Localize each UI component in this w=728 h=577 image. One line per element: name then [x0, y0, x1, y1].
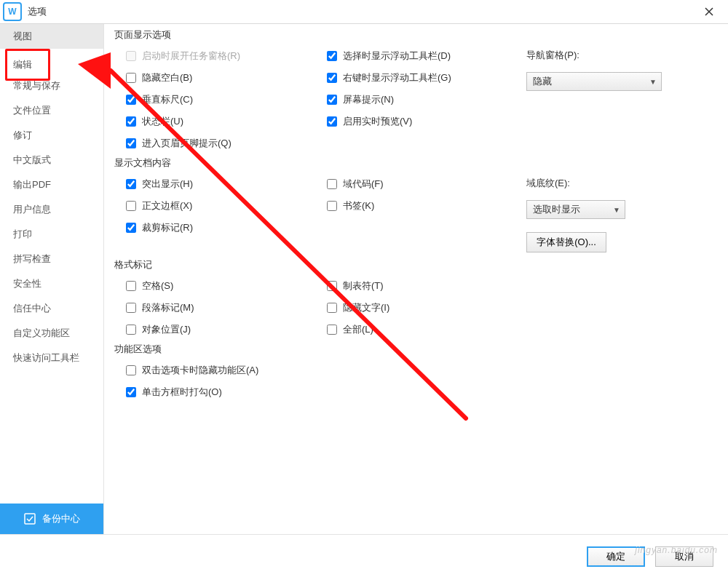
checkbox-input[interactable] — [126, 138, 136, 148]
checkbox-input[interactable] — [126, 281, 136, 291]
sidebar-item-label: 快速访问工具栏 — [13, 346, 79, 370]
sidebar-item-label: 常规与保存 — [13, 73, 60, 98]
sidebar-item[interactable]: 文件位置 — [0, 98, 103, 123]
sidebar-nav: 视图编辑常规与保存文件位置修订中文版式输出PDF用户信息打印拼写检查安全性信任中… — [0, 24, 103, 504]
checkbox-input[interactable] — [327, 95, 337, 105]
checkbox-input[interactable] — [327, 325, 337, 335]
checkbox-option[interactable]: 右键时显示浮动工具栏(G) — [327, 71, 523, 85]
checkbox-option[interactable]: 双击选项卡时隐藏功能区(A) — [126, 363, 718, 378]
checkbox-label: 域代码(F) — [343, 178, 384, 191]
checkbox-option[interactable]: 进入页眉页脚提示(Q) — [126, 136, 324, 151]
checkbox-option[interactable]: 正文边框(X) — [126, 199, 324, 213]
sidebar-item[interactable]: 编辑 — [0, 49, 103, 73]
checkbox-input[interactable] — [327, 281, 337, 291]
window-title: 选项 — [28, 5, 693, 18]
checkbox-input — [126, 51, 136, 61]
checkbox-input[interactable] — [126, 116, 136, 127]
sidebar-item[interactable]: 常规与保存 — [0, 73, 103, 98]
checkbox-option[interactable]: 空格(S) — [126, 279, 324, 293]
checkbox-input[interactable] — [327, 303, 337, 313]
checkbox-input[interactable] — [126, 387, 136, 397]
navpane-label: 导航窗格(P): — [526, 49, 718, 62]
sidebar-item[interactable]: 中文版式 — [0, 148, 103, 172]
checkbox-option[interactable]: 段落标记(M) — [126, 301, 324, 315]
checkbox-option[interactable]: 域代码(F) — [327, 177, 523, 191]
group-title: 页面显示选项 — [114, 28, 175, 41]
checkbox-input[interactable] — [126, 303, 136, 313]
backup-center-label: 备份中心 — [42, 512, 80, 525]
sidebar-item[interactable]: 自定义功能区 — [0, 321, 103, 346]
checkbox-label: 双击选项卡时隐藏功能区(A) — [142, 364, 258, 377]
checkbox-option[interactable]: 选择时显示浮动工具栏(D) — [327, 49, 523, 63]
checkbox-option[interactable]: 对象位置(J) — [126, 322, 324, 337]
sidebar-item[interactable]: 输出PDF — [0, 172, 103, 197]
checkbox-label: 屏幕提示(N) — [343, 93, 394, 106]
checkbox-option[interactable]: 突出显示(H) — [126, 177, 324, 191]
checkbox-input[interactable] — [327, 179, 337, 189]
checkbox-input[interactable] — [126, 223, 136, 233]
chevron-down-icon: ▼ — [613, 206, 620, 214]
checkbox-option[interactable]: 隐藏空白(B) — [126, 71, 324, 85]
checkbox-label: 垂直标尺(C) — [142, 93, 193, 106]
checkbox-option[interactable]: 隐藏文字(I) — [327, 301, 523, 315]
sidebar-item[interactable]: 视图 — [0, 24, 103, 49]
checkbox-input[interactable] — [126, 365, 136, 375]
checkbox-option: 启动时展开任务窗格(R) — [126, 49, 324, 63]
chevron-down-icon: ▼ — [649, 78, 657, 86]
dialog-footer: 确定 取消 — [0, 535, 728, 577]
checkbox-option[interactable]: 启用实时预览(V) — [327, 114, 523, 129]
checkbox-input[interactable] — [327, 116, 337, 127]
field-shading-combo[interactable]: 选取时显示 ▼ — [526, 200, 625, 219]
checkbox-input[interactable] — [126, 95, 136, 105]
svg-rect-0 — [25, 514, 35, 524]
group-page-display: 页面显示选项 启动时展开任务窗格(R)隐藏空白(B)垂直标尺(C)状态栏(U)进… — [114, 28, 718, 152]
checkbox-label: 启动时展开任务窗格(R) — [142, 49, 240, 63]
main-panel: 页面显示选项 启动时展开任务窗格(R)隐藏空白(B)垂直标尺(C)状态栏(U)进… — [104, 24, 728, 534]
checkbox-input[interactable] — [327, 51, 337, 61]
checkbox-label: 选择时显示浮动工具栏(D) — [343, 49, 451, 63]
sidebar-item[interactable]: 快速访问工具栏 — [0, 346, 103, 370]
sidebar-item[interactable]: 修订 — [0, 123, 103, 148]
title-bar: W 选项 — [0, 0, 728, 24]
backup-center-button[interactable]: 备份中心 — [0, 504, 103, 534]
checkbox-input[interactable] — [126, 201, 136, 211]
checkbox-input[interactable] — [126, 179, 136, 189]
sidebar-item-label: 输出PDF — [13, 172, 51, 197]
navpane-combo[interactable]: 隐藏 ▼ — [526, 72, 662, 91]
checkbox-label: 进入页眉页脚提示(Q) — [142, 137, 232, 150]
sidebar-item[interactable]: 信任中心 — [0, 296, 103, 321]
sidebar-item-label: 自定义功能区 — [13, 321, 70, 346]
sidebar-item-label: 打印 — [13, 222, 32, 247]
app-icon: W — [3, 2, 22, 21]
close-button[interactable] — [693, 0, 725, 23]
checkbox-label: 书签(K) — [343, 199, 374, 212]
checkbox-option[interactable]: 全部(L) — [327, 322, 523, 337]
checkbox-option[interactable]: 单击方框时打勾(O) — [126, 385, 718, 399]
sidebar-item[interactable]: 用户信息 — [0, 197, 103, 222]
checkbox-option[interactable]: 状态栏(U) — [126, 114, 324, 129]
checkbox-input[interactable] — [327, 73, 337, 83]
backup-icon — [23, 512, 36, 525]
sidebar-item[interactable]: 拼写检查 — [0, 247, 103, 271]
group-title: 格式标记 — [114, 258, 157, 271]
checkbox-option[interactable]: 屏幕提示(N) — [327, 92, 523, 107]
checkbox-option[interactable]: 裁剪标记(R) — [126, 220, 324, 235]
sidebar-item[interactable]: 安全性 — [0, 271, 103, 296]
checkbox-option[interactable]: 制表符(T) — [327, 279, 523, 293]
checkbox-option[interactable]: 书签(K) — [327, 199, 523, 213]
checkbox-label: 状态栏(U) — [142, 115, 183, 128]
group-doc-content: 显示文档内容 突出显示(H)正文边框(X)裁剪标记(R) 域代码(F)书签(K)… — [114, 156, 718, 254]
sidebar-item-label: 安全性 — [13, 271, 41, 296]
checkbox-label: 空格(S) — [142, 279, 173, 293]
checkbox-label: 裁剪标记(R) — [142, 221, 193, 234]
checkbox-label: 隐藏空白(B) — [142, 71, 192, 84]
navpane-field: 导航窗格(P): 隐藏 ▼ — [526, 46, 718, 91]
font-substitution-button[interactable]: 字体替换(O)... — [526, 232, 606, 252]
checkbox-input[interactable] — [126, 325, 136, 335]
checkbox-option[interactable]: 垂直标尺(C) — [126, 92, 324, 107]
checkbox-label: 突出显示(H) — [142, 178, 193, 191]
dialog-body: 视图编辑常规与保存文件位置修订中文版式输出PDF用户信息打印拼写检查安全性信任中… — [0, 24, 728, 535]
sidebar-item[interactable]: 打印 — [0, 222, 103, 247]
checkbox-input[interactable] — [126, 73, 136, 83]
checkbox-input[interactable] — [327, 201, 337, 211]
